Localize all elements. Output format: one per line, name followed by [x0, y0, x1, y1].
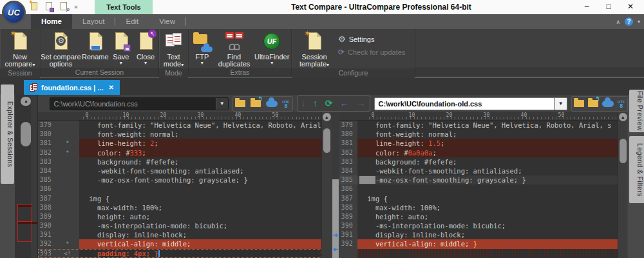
app-logo[interactable]: UC: [2, 1, 26, 25]
code-line-381[interactable]: 381* line-height: 2;: [38, 139, 321, 148]
dock-tab-file-preview[interactable]: File Preview: [629, 90, 644, 132]
code-line-387[interactable]: 387 img {: [339, 194, 618, 203]
prev-diff-icon[interactable]: ↑: [313, 96, 317, 111]
code-line-388[interactable]: 388 max-width: 100%;: [38, 203, 321, 212]
code-line-383[interactable]: 383 background: #fefefe;: [339, 157, 618, 166]
session-preview-icon[interactable]: ⌕: [59, 1, 68, 12]
help-icon[interactable]: ?: [625, 17, 633, 26]
scroll-up-icon[interactable]: ▲: [323, 113, 331, 121]
next-diff-icon[interactable]: ↓: [301, 96, 305, 111]
maximize-button[interactable]: □: [598, 0, 620, 14]
code-line-391[interactable]: 391 display: inline-block;: [38, 230, 321, 239]
check-for-updates-button[interactable]: ⟳ Check for updates: [338, 48, 405, 57]
code-line-386[interactable]: 386: [38, 184, 321, 194]
code-line-390[interactable]: 390 -ms-interpolation-mode: bicubic;: [339, 221, 618, 230]
save-button[interactable]: Save▾: [109, 30, 133, 66]
map-view-rect[interactable]: [17, 221, 32, 242]
minimize-button[interactable]: –: [576, 0, 598, 14]
tab-home[interactable]: Home: [31, 14, 72, 29]
code-line-389[interactable]: 389 height: auto;: [339, 212, 618, 221]
save-session-icon[interactable]: [44, 1, 53, 12]
code-line-385[interactable]: 385 -moz-osx-font-smoothing: grayscale; …: [38, 175, 321, 184]
context-tab-text-tools[interactable]: Text Tools: [95, 0, 153, 14]
code-line-389[interactable]: 389 height: auto;: [38, 212, 321, 221]
cloud-download-icon[interactable]: ↓: [602, 101, 614, 107]
new-compare-button[interactable]: ✶ New compare▾: [5, 30, 35, 68]
right-path-input[interactable]: C:\work\UC\foundation-old.css ▼: [374, 97, 567, 110]
folder-up-icon[interactable]: ↰: [251, 100, 261, 107]
code-line-384[interactable]: 384 -webkit-font-smoothing: antialiased;: [339, 166, 618, 175]
session-template-button[interactable]: ✶ Session template▾: [296, 30, 333, 68]
code-line-382[interactable]: 382* color: #333;: [38, 148, 321, 157]
code-line-391[interactable]: 391 display: inline-block;: [339, 230, 618, 239]
tab-view[interactable]: View: [149, 14, 185, 29]
chevron-down-icon[interactable]: ▾: [638, 19, 640, 25]
left-file-pane[interactable]: 01020304050 379 font-family: "Helvetica …: [38, 112, 321, 258]
scroll-up-icon[interactable]: ▲: [619, 113, 627, 121]
code-line-gap[interactable]: [339, 249, 618, 258]
close-button[interactable]: ✕: [620, 0, 641, 14]
code-line-384[interactable]: 384 -webkit-font-smoothing: antialiased;: [38, 166, 321, 175]
left-path-dropdown-icon[interactable]: ▼: [216, 98, 228, 110]
right-path-dropdown-icon[interactable]: ▼: [554, 98, 567, 110]
merge-left-arrow-icon[interactable]: ➜: [332, 246, 339, 253]
scrollbar-thumb[interactable]: [323, 128, 330, 153]
left-code-area[interactable]: 379 font-family: "Helvetica Neue", Helve…: [38, 121, 321, 258]
settings-button[interactable]: ⚙ Settings: [338, 34, 405, 44]
dock-tab-legend-filters[interactable]: Legend & Filters: [629, 136, 644, 203]
code-line-387[interactable]: 387 img {: [38, 194, 321, 203]
ultrafinder-button[interactable]: UF UltraFinder▾: [252, 30, 291, 66]
recompare-icon[interactable]: ⟳: [325, 96, 333, 111]
open-folder-icon[interactable]: [574, 100, 584, 107]
code-line-381[interactable]: 381 line-height: 1.5;: [339, 139, 618, 148]
merge-right-icon[interactable]: →: [357, 96, 366, 111]
text-mode-button[interactable]: Text mode▾: [163, 30, 185, 68]
map-scroll-up-icon[interactable]: ▲: [21, 97, 31, 106]
dock-tab-explorer-sessions[interactable]: Explorer & Sessions: [1, 84, 14, 184]
encoding-utf8-icon[interactable]: UTF8: [618, 100, 625, 108]
code-line-379[interactable]: 379 font-family: "Helvetica Neue", Helve…: [38, 121, 321, 130]
overview-map[interactable]: ▲: [15, 95, 37, 258]
tab-close-icon[interactable]: ✕: [109, 84, 114, 91]
new-session-icon[interactable]: ✶: [30, 1, 39, 12]
tab-separator: [185, 17, 186, 26]
code-line-380[interactable]: 380 font-weight: normal;: [38, 130, 321, 139]
merge-left-icon[interactable]: ←: [340, 96, 349, 111]
code-line-392[interactable]: 392* vertical-align: middle;: [38, 239, 321, 248]
open-folder-icon[interactable]: [235, 100, 245, 107]
right-code-area[interactable]: 379 font-family: "Helvetica Neue", Helve…: [339, 121, 618, 258]
collapse-ribbon-icon[interactable]: ∧: [616, 19, 620, 25]
code-line-382[interactable]: 382 color: #0a0a0a;: [339, 148, 618, 157]
left-path-text[interactable]: C:\work\UC\foundation.css: [50, 98, 216, 110]
code-line-392[interactable]: 392 vertical-align: middle; }: [339, 239, 618, 248]
right-vertical-scrollbar[interactable]: ▲: [618, 112, 627, 258]
encoding-utf8-icon[interactable]: UTF8: [282, 100, 290, 108]
tab-layout[interactable]: Layout: [72, 14, 115, 29]
tab-edit[interactable]: Edit: [115, 14, 149, 29]
code-line-385[interactable]: 385 -moz-osx-font-smoothing: grayscale; …: [339, 175, 618, 184]
right-file-pane[interactable]: 01020304050 379 font-family: "Helvetica …: [339, 112, 618, 258]
cloud-download-icon[interactable]: ↓: [266, 101, 278, 107]
code-line-393[interactable]: 393<! padding: 4px; }: [38, 249, 321, 258]
ftp-button[interactable]: FTP▾: [189, 30, 216, 66]
rename-button[interactable]: Rename: [81, 30, 109, 61]
map-view-rect[interactable]: [17, 204, 32, 222]
close-session-button[interactable]: ↖ Close▾: [133, 30, 158, 66]
code-line-380[interactable]: 380 font-weight: normal;: [339, 130, 618, 139]
map-scroll-thumb[interactable]: [21, 122, 31, 146]
merge-right-arrow-icon[interactable]: ➜: [332, 232, 339, 239]
code-line-383[interactable]: 383 background: #fefefe;: [38, 157, 321, 166]
code-line-390[interactable]: 390 -ms-interpolation-mode: bicubic;: [38, 221, 321, 230]
code-line-386[interactable]: 386: [339, 184, 618, 194]
scrollbar-thumb[interactable]: [620, 139, 627, 163]
set-compare-options-button[interactable]: ⚙ Set compare options: [41, 30, 81, 68]
left-vertical-scrollbar[interactable]: ▲: [321, 112, 332, 258]
find-duplicates-button[interactable]: ᗝᗝ Find duplicates: [216, 30, 253, 68]
left-path-input[interactable]: C:\work\UC\foundation.css ▼: [50, 97, 229, 110]
document-tab-foundation-css[interactable]: foundation.css | ... ✕: [24, 80, 120, 95]
code-line-388[interactable]: 388 max-width: 100%;: [339, 203, 618, 212]
quick-access-more-icon[interactable]: »: [74, 3, 77, 10]
folder-up-icon[interactable]: ↰: [588, 100, 598, 107]
code-line-379[interactable]: 379 font-family: "Helvetica Neue", Helve…: [339, 121, 618, 130]
right-path-text[interactable]: C:\work\UC\foundation-old.css: [375, 98, 554, 110]
